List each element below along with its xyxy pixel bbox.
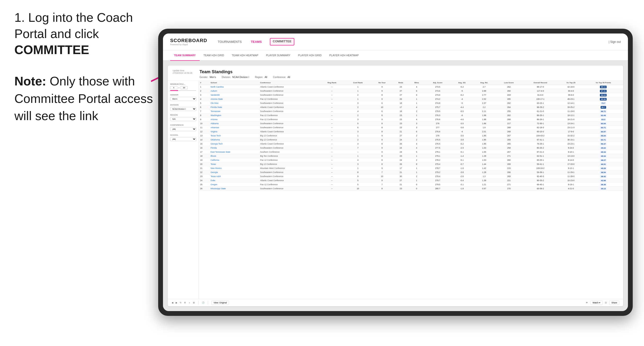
toolbar-nav-back[interactable]: ◀ [172,302,173,304]
nav-committee[interactable]: COMMITTEE [270,38,294,45]
cell-conf-rank: 6 [344,126,371,130]
gender-select[interactable]: Men's Women's [170,97,196,101]
cell-vs-top25: 16-21-0 [558,118,584,122]
cell-school[interactable]: Florida State [210,105,259,109]
cell-reg-rank: – [320,89,345,93]
subnav-team-h2h-heatmap[interactable]: TEAM H2H HEATMAP [228,50,262,61]
cell-conference: Southeastern Conference [259,170,319,174]
cell-reg-rank: – [320,162,345,166]
cell-school[interactable]: California [210,158,259,162]
cell-school[interactable]: Alabama [210,122,259,126]
cell-low-score: 267 [496,134,522,138]
cell-no-tour: 9 [371,85,393,89]
cell-rank: 10 [199,122,210,126]
content-card: Update time: 27/03/2024 16:56:26 Team St… [168,66,623,306]
cell-school[interactable]: Oregon [210,182,259,187]
cell-avg-rd: 1.63 [473,146,496,150]
cell-low-score: 215 [496,166,522,170]
share-btn[interactable]: Share [609,301,619,305]
cell-school[interactable]: Georgia [210,170,259,174]
cell-school[interactable]: Tennessee [210,109,259,113]
cell-conf-rank: 10 [344,187,371,191]
nav-teams[interactable]: TEAMS [250,38,263,45]
sign-out-link[interactable]: | Sign out [609,40,621,43]
cell-school[interactable]: Virginia [210,130,259,134]
cell-rank: 24 [199,178,210,182]
nav-tournaments[interactable]: TOURNAMENTS [217,38,242,45]
cell-school[interactable]: Arizona State [210,97,259,101]
cell-school[interactable]: New Mexico [210,166,259,170]
min-rounds-max-input[interactable] [180,86,188,89]
toolbar-share2[interactable]: ⬆ [184,302,186,304]
main-content: Update time: 27/03/2024 16:56:26 Team St… [163,61,628,311]
cell-school[interactable]: Florida [210,146,259,150]
cell-school[interactable]: Auburn [210,89,259,93]
cell-school[interactable]: Texas A&M [210,174,259,178]
region-select[interactable]: N/A All [170,117,196,121]
cell-school[interactable]: Texas Tech [210,134,259,138]
cell-school[interactable]: Oklahoma [210,138,259,142]
view-original-btn[interactable]: View: Original [212,301,229,305]
toolbar-nav-forward[interactable]: ▶ [176,302,177,304]
subnav-player-h2h-heatmap[interactable]: PLAYER H2H HEATMAP [326,50,362,61]
cell-school[interactable]: North Carolina [210,85,259,89]
cell-vs-top25: 9-12-1 [558,166,584,170]
cell-rank: 6 [199,105,210,109]
cell-reg-rank: – [320,93,345,97]
toolbar-reload[interactable]: ↻ [180,302,182,304]
cell-school[interactable]: Vanderbilt [210,93,259,97]
cell-wins: 0 [409,187,424,191]
cell-school[interactable]: Illinois [210,154,259,158]
cell-vs-top25: 9-24-0 [558,146,584,150]
cell-school[interactable]: Arkansas [210,126,259,130]
table-row: 10 Alabama Southeastern Conference – 5 8… [199,122,623,126]
cell-avg-sg: -4 [451,130,473,134]
cell-avg-rd: 2.88 [473,89,496,93]
app-header: SCOREBOARD Powered by clippd TOURNAMENTS… [163,33,628,50]
cell-adj-score: 280.7 [424,187,451,191]
watch-btn[interactable]: Watch ▾ [590,301,602,305]
cell-avg-sg: -1.8 [451,187,473,191]
cell-low-score: 268 [496,126,522,130]
toolbar-tabview[interactable]: ⊞ [193,302,195,304]
cell-school[interactable]: Ole Miss [210,101,259,105]
toolbar-screenshot[interactable]: ⊡ [605,302,607,304]
toolbar-clock[interactable]: 🕐 [202,302,204,304]
cell-conf-rank: 2 [344,113,371,118]
school-select[interactable]: (All) [170,137,196,141]
cell-rnds: 23 [393,118,409,122]
cell-reg-rank: – [320,105,345,109]
cell-low-score: 269 [496,174,522,178]
cell-avg-sg: -2.8 [451,174,473,178]
cell-school[interactable]: East Tennessee State [210,150,259,154]
cell-overall-record: 97-41-1 [522,138,558,142]
division-side-label: Division [170,104,196,106]
cell-school[interactable]: Washington [210,113,259,118]
cell-school[interactable]: Georgia Tech [210,142,259,146]
cell-vs-top25: 42-16-0 [558,85,584,89]
cell-wins: 6 [409,89,424,93]
subnav-player-h2h-grid[interactable]: PLAYER H2H GRID [294,50,326,61]
division-select[interactable]: NCAA Division I NCAA Division II NCAA Di… [170,107,196,111]
toolbar-divider-1 [198,301,198,305]
conference-select[interactable]: (All) Atlantic Coast Conference Southeas… [170,127,196,131]
subnav-player-summary[interactable]: PLAYER SUMMARY [262,50,294,61]
cell-conference: Pac-12 Conference [259,113,319,118]
subnav-team-h2h-grid[interactable]: TEAM H2H GRID [200,50,228,61]
cell-school[interactable]: Duke [210,178,259,182]
cell-vs-top50: 63.49 [584,113,623,118]
cell-overall-record: 63-15-1 [522,101,558,105]
cell-school[interactable]: Texas [210,162,259,166]
min-rounds-min-input[interactable] [170,86,177,89]
cell-low-score: 271 [496,182,522,187]
cell-adj-score: 279.7 [424,178,451,182]
cell-vs-top50: 59.94 [584,134,623,138]
min-rounds-slider[interactable] [170,90,196,91]
card-header: Update time: 27/03/2024 16:56:26 Team St… [168,66,623,81]
cell-school[interactable]: Mississippi State [210,187,259,191]
cell-no-tour: 8 [371,113,393,118]
subnav-team-summary[interactable]: TEAM SUMMARY [170,50,200,61]
cell-school[interactable]: Arizona [210,118,259,122]
toolbar-bookmark[interactable]: ＋ [188,301,190,304]
cell-avg-sg: -3.8 [451,138,473,142]
